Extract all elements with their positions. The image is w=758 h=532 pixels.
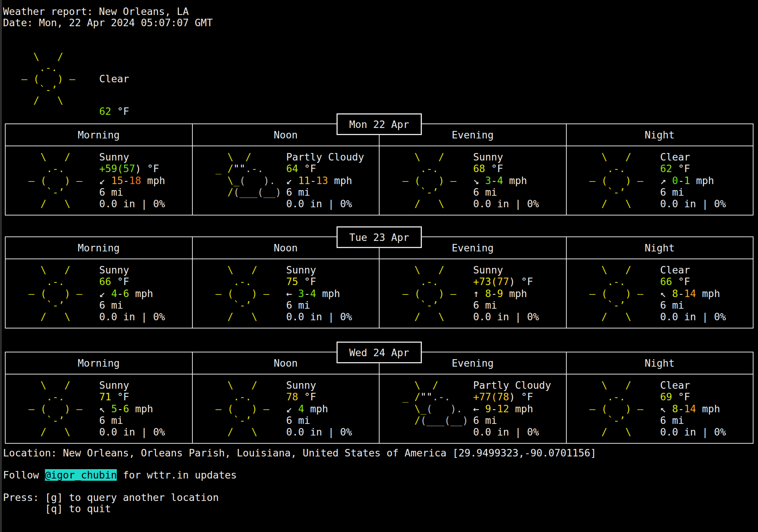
art-line: ― ( ) ―: [396, 288, 456, 299]
art-line: `-’: [22, 299, 82, 311]
cell-visibility: 6 mi: [473, 186, 539, 198]
date-box-connector: [379, 363, 380, 374]
cell-precipitation: 0.0 in | 0%: [660, 198, 726, 210]
art-line: \ /: [210, 151, 281, 163]
art-line: ― ( ) ―: [584, 175, 643, 186]
forecast-cell: \ / _ /"".-. \_( ). /(___(__)Partly Clou…: [379, 374, 566, 443]
art-line: \ /: [22, 379, 82, 391]
date-box-connector: [379, 248, 380, 259]
cell-temperature: 71 °F: [99, 391, 165, 403]
cell-info: Clear69 °F↖ 8-14 mph6 mi0.0 in | 0%: [660, 379, 726, 438]
weather-art: \ / .-. ― ( ) ― `-’ / \: [584, 264, 643, 322]
art-line: \ /: [396, 379, 468, 391]
art-line: / \: [22, 198, 82, 210]
follow-suffix: for wttr.in updates: [117, 469, 237, 481]
cell-precipitation: 0.0 in | 0%: [99, 311, 165, 322]
art-line: ― ( ) ―: [22, 175, 82, 186]
art-line: \ /: [396, 151, 456, 163]
art-line: .-.: [15, 62, 75, 73]
cell-condition: Partly Cloudy: [473, 379, 551, 391]
cell-visibility: 6 mi: [99, 415, 165, 426]
date-box: Mon 22 Apr: [337, 113, 422, 135]
forecast-cell: \ / .-. ― ( ) ― `-’ / \Sunny66 °F↙ 4-6 m…: [6, 259, 192, 328]
cell-precipitation: 0.0 in | 0%: [473, 198, 539, 210]
forecast-cell: \ / .-. ― ( ) ― `-’ / \Sunny+59(57) °F↙ …: [6, 146, 192, 215]
report-title: Weather report: New Orleans, LA: [3, 6, 189, 17]
column-header-night: Night: [566, 237, 753, 259]
column-header-morning: Morning: [6, 352, 192, 374]
cell-wind: ← 9-12 mph: [473, 403, 551, 415]
column-header-morning: Morning: [6, 237, 192, 259]
art-line: .-.: [22, 276, 82, 287]
report-header: Weather report: New Orleans, LA Date: Mo…: [3, 6, 213, 28]
art-line: ― ( ) ―: [584, 288, 643, 299]
art-line: .-.: [584, 276, 643, 287]
cell-precipitation: 0.0 in | 0%: [286, 198, 364, 210]
art-line: / \: [584, 426, 643, 438]
column-header-morning: Morning: [6, 124, 192, 146]
art-line: \ /: [210, 264, 270, 276]
cell-visibility: 6 mi: [660, 186, 726, 198]
art-line: / \: [584, 198, 643, 210]
art-line: `-’: [210, 299, 270, 311]
cell-info: Clear62 °F↗ 0-1 mph6 mi0.0 in | 0%: [660, 151, 726, 210]
weather-art: \ / _ /"".-. \_( ). /(___(__): [396, 379, 468, 426]
cell-precipitation: 0.0 in | 0%: [473, 426, 551, 438]
art-line: \_( ).: [396, 403, 468, 415]
art-line: / \: [396, 198, 456, 210]
art-line: / \: [396, 311, 456, 322]
cell-visibility: 6 mi: [473, 299, 539, 311]
forecast-cell: \ / .-. ― ( ) ― `-’ / \Clear69 °F↖ 8-14 …: [566, 374, 753, 443]
art-line: .-.: [210, 276, 270, 287]
date-box-connector: [379, 135, 380, 146]
cell-visibility: 6 mi: [660, 299, 726, 311]
cell-temperature: 68 °F: [473, 163, 539, 174]
art-line: \_( ).: [210, 175, 281, 186]
cell-precipitation: 0.0 in | 0%: [99, 426, 165, 438]
cell-condition: Clear: [660, 379, 726, 391]
art-line: .-.: [396, 163, 456, 174]
location-line: Location: New Orleans, Orleans Parish, L…: [3, 447, 596, 459]
forecast-cell: \ / .-. ― ( ) ― `-’ / \Sunny75 °F← 3-4 m…: [192, 259, 379, 328]
current-temperature: 62 °F: [99, 106, 141, 117]
art-line: .-.: [22, 391, 82, 403]
cell-wind: ↙ 4-6 mph: [99, 288, 165, 299]
cell-wind: ← 3-4 mph: [286, 288, 352, 299]
weather-art: \ / _ /"".-. \_( ). /(___(__): [210, 151, 281, 198]
cell-info: Sunny+59(57) °F↙ 15-18 mph6 mi0.0 in | 0…: [99, 151, 165, 210]
forecast-cell: \ / .-. ― ( ) ― `-’ / \Sunny+73(77) °F↑ …: [379, 259, 566, 328]
cell-visibility: 6 mi: [473, 415, 551, 426]
art-line: `-’: [22, 415, 82, 426]
art-line: `-’: [584, 299, 643, 311]
weather-art: \ / .-. ― ( ) ― `-’ / \: [396, 264, 456, 322]
art-line: _ /"".-.: [396, 391, 468, 403]
column-header-night: Night: [566, 124, 753, 146]
art-line: \ /: [584, 151, 643, 163]
cell-temperature: 66 °F: [99, 276, 165, 287]
art-line: ― ( ) ―: [15, 73, 75, 84]
cell-wind: ↙ 15-18 mph: [99, 175, 165, 186]
art-line: .-.: [584, 163, 643, 174]
cell-precipitation: 0.0 in | 0%: [286, 311, 352, 322]
cell-temperature: +73(77) °F: [473, 276, 539, 287]
cell-precipitation: 0.0 in | 0%: [660, 311, 726, 322]
cell-info: Sunny66 °F↙ 4-6 mph6 mi0.0 in | 0%: [99, 264, 165, 322]
art-line: \ /: [584, 264, 643, 276]
art-line: / \: [15, 95, 75, 106]
cell-precipitation: 0.0 in | 0%: [660, 426, 726, 438]
current-condition: Clear: [99, 73, 141, 84]
cell-visibility: 6 mi: [286, 299, 352, 311]
author-handle[interactable]: @igor_chubin: [45, 469, 117, 481]
cell-temperature: 66 °F: [660, 276, 726, 287]
cell-precipitation: 0.0 in | 0%: [473, 311, 539, 322]
art-line: \ /: [210, 379, 270, 391]
cell-condition: Sunny: [99, 264, 165, 276]
cell-condition: Sunny: [473, 264, 539, 276]
follow-prefix: Follow: [3, 469, 45, 481]
cell-info: Partly Cloudy+77(78) °F← 9-12 mph6 mi0.0…: [473, 379, 551, 438]
art-line: ― ( ) ―: [22, 288, 82, 299]
date-box-label: Mon 22 Apr: [349, 119, 409, 130]
date-box-label: Wed 24 Apr: [349, 347, 409, 358]
cell-temperature: 62 °F: [660, 163, 726, 174]
terminal-left-edge: [0, 0, 2, 532]
